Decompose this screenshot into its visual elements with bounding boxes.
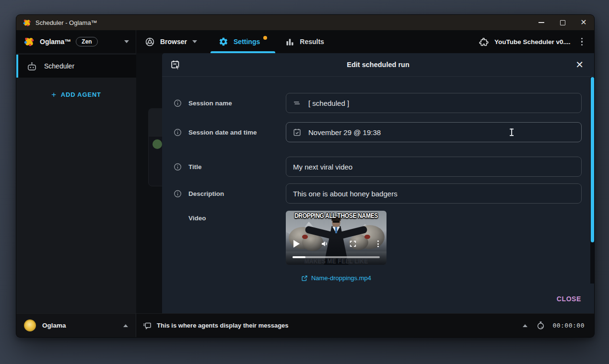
video-progress-bar[interactable] <box>293 256 380 258</box>
browser-icon <box>145 37 155 47</box>
sidebar-item-label: Scheduler <box>44 62 74 70</box>
app-logo-icon <box>23 19 31 27</box>
robot-icon <box>26 61 37 72</box>
browser-label: Browser <box>160 38 187 46</box>
calendar-check-icon <box>293 128 302 137</box>
video-player[interactable]: DROPPING ALL THOSE NAMES MAKES ME FEEL L… <box>286 211 386 265</box>
plugin-label: YouTube Scheduler v0.... <box>494 38 571 46</box>
browser-selector[interactable]: Browser <box>136 30 210 53</box>
add-agent-button[interactable]: + ADD AGENT <box>16 91 136 99</box>
maximize-button[interactable] <box>552 15 573 30</box>
session-datetime-input[interactable] <box>286 122 582 142</box>
session-name-row: Session name <box>170 93 582 113</box>
title-row: Title <box>170 157 582 177</box>
gear-icon <box>219 37 228 46</box>
info-icon <box>174 190 182 198</box>
agent-footer-label: Oglama <box>42 322 66 329</box>
play-icon[interactable] <box>293 240 300 248</box>
content-area: Edit scheduled run ✕ Session name <box>136 53 594 313</box>
title-input[interactable] <box>286 157 582 177</box>
fullscreen-icon[interactable] <box>349 240 357 248</box>
description-input[interactable] <box>286 183 582 204</box>
background-status-dot <box>152 139 162 149</box>
chevron-down-icon <box>192 40 197 43</box>
description-row: Description <box>170 183 582 204</box>
agent-message-bar: This is where agents display their messa… <box>136 314 594 337</box>
agent-footer-selector[interactable]: Oglama <box>16 314 136 337</box>
close-window-button[interactable]: ✕ <box>573 15 594 30</box>
titlebar: Scheduler - Oglama™ ✕ <box>16 15 594 30</box>
info-icon <box>174 128 182 136</box>
modal-title: Edit scheduled run <box>162 61 594 68</box>
video-meme-top-text: DROPPING ALL THOSE NAMES <box>286 211 386 220</box>
profile-badge: Zen <box>76 37 97 46</box>
chevron-up-icon <box>123 324 128 327</box>
modal-footer: CLOSE <box>162 291 594 313</box>
info-icon <box>174 163 182 171</box>
close-modal-button[interactable]: CLOSE <box>553 292 585 306</box>
puzzle-icon <box>479 37 489 47</box>
session-name-input[interactable] <box>286 93 582 113</box>
plus-icon: + <box>51 91 57 99</box>
video-file-name: Name-droppings.mp4 <box>311 274 371 282</box>
window-title: Scheduler - Oglama™ <box>35 19 97 26</box>
info-icon <box>174 99 182 107</box>
title-label: Title <box>188 163 202 171</box>
modal-body: Session name Session da <box>162 77 594 291</box>
agent-message-text: This is where agents display their messa… <box>157 322 289 329</box>
bar-chart-icon <box>285 37 294 46</box>
description-label: Description <box>188 190 224 197</box>
edit-scheduled-run-modal: Edit scheduled run ✕ Session name <box>162 53 594 313</box>
statusbar: Oglama This is where agents display thei… <box>16 313 594 337</box>
session-name-label: Session name <box>188 100 232 107</box>
name-lines-icon <box>293 99 301 107</box>
message-log-icon <box>142 321 152 330</box>
calendar-edit-icon <box>170 59 181 70</box>
notification-dot <box>263 36 267 40</box>
modal-header: Edit scheduled run ✕ <box>162 53 594 77</box>
header: Oglama™ Zen Browser Settings Results <box>16 30 594 53</box>
video-file-link[interactable]: Name-droppings.mp4 <box>286 274 386 282</box>
scrollbar-thumb[interactable] <box>591 77 594 242</box>
session-datetime-label: Session date and time <box>188 129 257 136</box>
add-agent-label: ADD AGENT <box>61 91 101 98</box>
app-window: Scheduler - Oglama™ ✕ Oglama™ Zen <box>16 14 595 338</box>
video-meme-bottom-text: MAKES ME FEEL LIKE <box>286 257 386 265</box>
external-link-icon <box>301 275 308 282</box>
tab-results[interactable]: Results <box>276 30 333 53</box>
session-datetime-row: Session date and time <box>170 122 582 142</box>
tab-settings[interactable]: Settings <box>210 30 276 53</box>
agent-selector[interactable]: Oglama™ Zen <box>16 30 136 53</box>
video-label: Video <box>188 215 206 222</box>
video-options-icon[interactable] <box>377 240 379 247</box>
volume-icon[interactable] <box>320 239 329 248</box>
timer-value: 00:00:00 <box>552 322 585 329</box>
minimize-button[interactable] <box>531 15 552 30</box>
more-menu-button[interactable] <box>576 35 588 49</box>
avatar <box>24 319 36 331</box>
sidebar: Scheduler + ADD AGENT <box>16 53 136 313</box>
modal-scrollbar[interactable] <box>590 77 594 284</box>
oglama-logo-icon <box>24 36 35 47</box>
close-icon[interactable]: ✕ <box>573 58 586 71</box>
video-row: Video <box>170 211 582 282</box>
chevron-down-icon <box>124 40 129 43</box>
tab-settings-label: Settings <box>234 38 260 46</box>
brand-name: Oglama™ <box>40 38 71 46</box>
stopwatch-icon <box>536 321 545 330</box>
chevron-up-icon[interactable] <box>523 324 527 327</box>
tab-results-label: Results <box>300 38 324 46</box>
sidebar-item-scheduler[interactable]: Scheduler <box>16 55 136 78</box>
